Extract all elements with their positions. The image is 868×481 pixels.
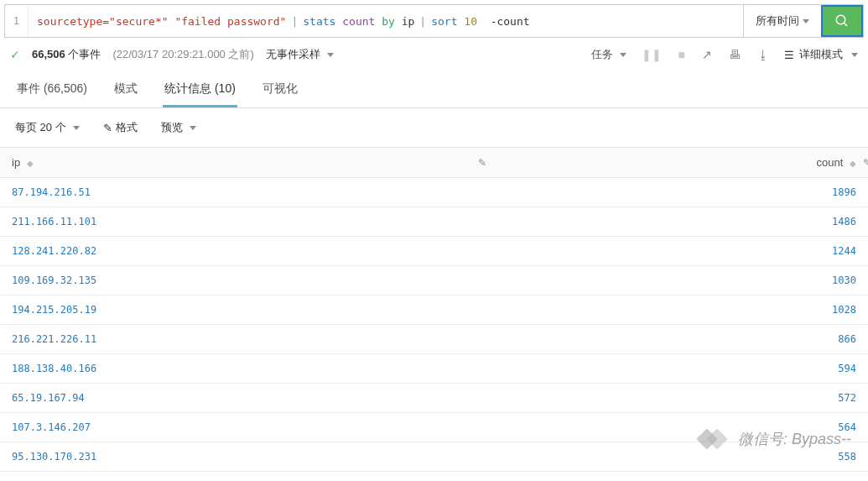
tab-statistics[interactable]: 统计信息 (10) (163, 73, 237, 107)
sort-icon: ◆ (850, 159, 856, 168)
per-page-dropdown[interactable]: 每页 20 个 (15, 120, 80, 135)
cell-count[interactable]: 866 (495, 325, 868, 354)
cell-count[interactable]: 558 (495, 442, 868, 472)
chevron-down-icon (327, 53, 334, 57)
check-icon: ✓ (10, 48, 20, 61)
cell-ip[interactable]: 109.169.32.135 (0, 266, 495, 295)
tab-visualization[interactable]: 可视化 (261, 73, 299, 107)
cell-count[interactable]: 1028 (495, 295, 868, 325)
table-row[interactable]: 194.215.205.191028 (0, 295, 868, 325)
table-row[interactable]: 216.221.226.11866 (0, 325, 868, 354)
chevron-down-icon (803, 19, 809, 24)
chevron-down-icon (190, 126, 196, 130)
results-table: ip ◆ ✎ count ◆ ✎ 87.194.216.511896211.16… (0, 147, 868, 472)
status-bar: ✓ 66,506 个事件 (22/03/17 20:29:21.000 之前) … (0, 38, 868, 71)
cell-ip[interactable]: 107.3.146.207 (0, 413, 495, 442)
svg-point-0 (836, 15, 845, 24)
cell-ip[interactable]: 128.241.220.82 (0, 237, 495, 266)
search-timestamp: (22/03/17 20:29:21.000 之前) (112, 47, 253, 62)
cell-count[interactable]: 594 (495, 354, 868, 384)
cell-ip[interactable]: 65.19.167.94 (0, 384, 495, 413)
cell-ip[interactable]: 188.138.40.166 (0, 354, 495, 384)
table-row[interactable]: 128.241.220.821244 (0, 237, 868, 266)
cell-ip[interactable]: 87.194.216.51 (0, 178, 495, 207)
preview-dropdown[interactable]: 预览 (161, 120, 196, 135)
print-button[interactable]: 🖶 (727, 46, 742, 63)
cell-ip[interactable]: 194.215.205.19 (0, 295, 495, 325)
list-icon: ☰ (784, 49, 794, 61)
cell-ip[interactable]: 216.221.226.11 (0, 325, 495, 354)
tab-events[interactable]: 事件 (66,506) (15, 73, 89, 107)
table-row[interactable]: 65.19.167.94572 (0, 384, 868, 413)
cell-ip[interactable]: 95.130.170.231 (0, 442, 495, 472)
chevron-down-icon (73, 126, 80, 130)
result-tabs: 事件 (66,506) 模式 统计信息 (10) 可视化 (0, 71, 868, 108)
column-header-count[interactable]: count ◆ ✎ (495, 148, 868, 178)
svg-line-1 (844, 23, 847, 26)
tab-patterns[interactable]: 模式 (112, 73, 139, 107)
chevron-down-icon (620, 53, 626, 57)
cell-count[interactable]: 1896 (495, 178, 868, 207)
sampling-dropdown[interactable]: 无事件采样 (266, 47, 334, 62)
line-number: 1 (5, 5, 29, 37)
table-row[interactable]: 95.130.170.231558 (0, 442, 868, 472)
table-row[interactable]: 109.169.32.1351030 (0, 266, 868, 295)
cell-count[interactable]: 564 (495, 413, 868, 442)
pencil-icon: ✎ (103, 122, 112, 134)
time-range-picker[interactable]: 所有时间 (743, 5, 821, 37)
table-row[interactable]: 107.3.146.207564 (0, 413, 868, 442)
job-dropdown[interactable]: 任务 (591, 47, 626, 62)
event-count: 66,506 个事件 (32, 47, 101, 62)
cell-count[interactable]: 572 (495, 384, 868, 413)
pencil-icon[interactable]: ✎ (478, 157, 486, 169)
cell-ip[interactable]: 211.166.11.101 (0, 207, 495, 237)
table-row[interactable]: 87.194.216.511896 (0, 178, 868, 207)
sort-icon: ◆ (27, 159, 34, 168)
export-button[interactable]: ⭳ (756, 46, 771, 63)
search-query-input[interactable]: sourcetype="secure*" "failed password" |… (29, 5, 743, 37)
table-row[interactable]: 188.138.40.166594 (0, 354, 868, 384)
stop-button[interactable]: ■ (677, 46, 687, 63)
view-mode-dropdown[interactable]: ☰ 详细模式 (784, 47, 858, 62)
pencil-icon[interactable]: ✎ (863, 157, 868, 169)
pause-button[interactable]: ❚❚ (640, 46, 663, 63)
table-toolbar: 每页 20 个 ✎ 格式 预览 (0, 108, 868, 147)
search-button[interactable] (821, 5, 863, 37)
column-header-ip[interactable]: ip ◆ ✎ (0, 148, 495, 178)
cell-count[interactable]: 1030 (495, 266, 868, 295)
cell-count[interactable]: 1244 (495, 237, 868, 266)
table-row[interactable]: 211.166.11.1011486 (0, 207, 868, 237)
chevron-down-icon (851, 53, 858, 57)
search-icon (834, 13, 850, 29)
time-range-label: 所有时间 (756, 13, 799, 29)
search-bar: 1 sourcetype="secure*" "failed password"… (4, 4, 864, 38)
share-button[interactable]: ↗ (700, 46, 714, 63)
format-button[interactable]: ✎ 格式 (103, 120, 138, 135)
cell-count[interactable]: 1486 (495, 207, 868, 237)
